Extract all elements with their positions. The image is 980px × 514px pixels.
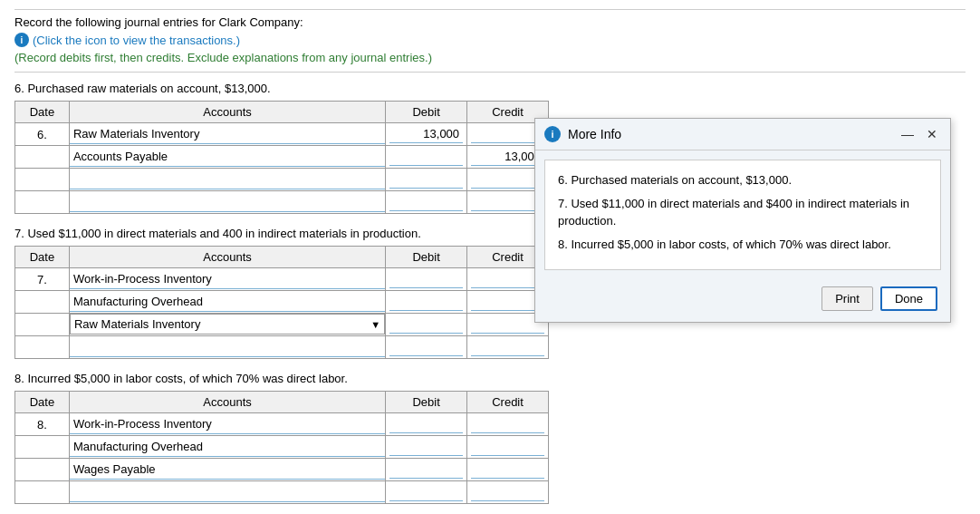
debit-input-8-4[interactable] (389, 483, 463, 501)
close-button[interactable]: ✕ (923, 127, 941, 141)
col-credit-8: Credit (467, 392, 549, 413)
date-cell-7-3 (15, 314, 70, 336)
credit-input-6-1[interactable] (471, 125, 544, 143)
accounts-cell-6-4 (69, 191, 385, 214)
table-row: 7. (15, 268, 549, 291)
popup-controls: — ✕ (898, 127, 941, 141)
account-input-8-4[interactable] (70, 482, 385, 502)
account-input-7-3[interactable] (71, 315, 367, 334)
click-icon-link[interactable]: i (Click the icon to view the transactio… (14, 33, 966, 47)
table-row: 6. (15, 123, 549, 146)
debit-input-6-4[interactable] (389, 193, 463, 211)
debit-cell-8-1 (386, 413, 467, 436)
col-debit-7: Debit (386, 247, 467, 268)
date-cell-6-1: 6. (15, 123, 70, 146)
accounts-cell-8-1 (69, 413, 385, 436)
popup-content: 6. Purchased materials on account, $13,0… (544, 160, 941, 270)
table-row: 8. (15, 413, 549, 436)
accounts-cell-7-3: ▼ (70, 314, 385, 335)
credit-input-6-3[interactable] (471, 170, 544, 189)
credit-input-7-3[interactable] (471, 315, 544, 334)
section7-table: Date Accounts Debit Credit 7. (14, 246, 549, 359)
col-date-6: Date (15, 102, 70, 123)
account-input-7-1[interactable] (70, 269, 385, 289)
account-input-8-3[interactable] (70, 460, 385, 480)
dropdown-arrow-icon[interactable]: ▼ (367, 319, 384, 330)
section6-title: 6. Purchased raw materials on account, $… (14, 82, 966, 95)
col-date-8: Date (15, 392, 70, 413)
table-row (15, 459, 549, 481)
date-cell-6-4 (15, 191, 70, 214)
date-cell-8-3 (15, 459, 70, 481)
debit-input-6-3[interactable] (389, 170, 463, 189)
account-input-8-2[interactable] (70, 437, 385, 457)
table-row (15, 169, 549, 191)
debit-input-8-3[interactable] (389, 461, 463, 479)
popup-title: More Info (568, 127, 621, 141)
col-accounts-8: Accounts (69, 392, 385, 413)
debit-input-7-3[interactable] (389, 315, 463, 334)
account-input-6-4[interactable] (70, 192, 385, 212)
accounts-cell-6-1 (69, 123, 385, 146)
debit-cell-7-3 (386, 314, 467, 336)
popup-item-2: 7. Used $11,000 in direct materials and … (558, 195, 927, 230)
done-button[interactable]: Done (880, 286, 937, 311)
date-cell-7-4 (15, 336, 70, 359)
credit-cell-8-4 (467, 481, 549, 504)
debit-input-7-2[interactable] (389, 293, 463, 311)
divider (14, 72, 966, 73)
debit-input-7-1[interactable] (389, 270, 463, 288)
account-input-8-1[interactable] (70, 414, 385, 434)
accounts-cell-7-2 (69, 291, 385, 314)
date-cell-7-1: 7. (15, 268, 70, 291)
popup-info-icon: i (544, 126, 561, 142)
instruction-title: Record the following journal entries for… (14, 15, 966, 29)
debit-input-8-2[interactable] (389, 438, 463, 456)
minimize-button[interactable]: — (898, 127, 918, 141)
accounts-cell-8-3 (69, 459, 385, 481)
accounts-cell-8-2 (69, 436, 385, 459)
date-cell-8-4 (15, 481, 70, 504)
debit-cell-6-2 (386, 146, 467, 169)
credit-input-8-1[interactable] (471, 415, 544, 433)
table-row (15, 481, 549, 504)
popup-item-3: 8. Incurred $5,000 in labor costs, of wh… (558, 236, 927, 254)
credit-input-6-2[interactable] (471, 148, 544, 166)
debit-input-7-4[interactable] (389, 338, 463, 356)
credit-input-8-4[interactable] (471, 483, 544, 501)
credit-input-7-2[interactable] (471, 293, 544, 311)
section6-table: Date Accounts Debit Credit 6. (14, 101, 549, 214)
credit-input-8-2[interactable] (471, 438, 544, 456)
table-row (15, 146, 549, 169)
table-row (15, 191, 549, 214)
debit-input-6-2[interactable] (389, 148, 463, 166)
credit-cell-8-2 (467, 436, 549, 459)
accounts-cell-6-3 (69, 169, 385, 191)
account-input-6-3[interactable] (70, 170, 385, 189)
debit-cell-7-4 (386, 336, 467, 359)
account-input-6-1[interactable] (70, 124, 385, 144)
credit-cell-8-1 (467, 413, 549, 436)
debit-cell-6-4 (386, 191, 467, 214)
account-input-7-4[interactable] (70, 337, 385, 357)
debit-cell-8-3 (386, 459, 467, 481)
debit-input-6-1[interactable] (389, 125, 463, 143)
credit-input-8-3[interactable] (471, 461, 544, 479)
accounts-cell-7-4 (69, 336, 385, 359)
date-cell-7-2 (15, 291, 70, 314)
account-input-7-2[interactable] (70, 292, 385, 312)
print-button[interactable]: Print (821, 286, 873, 311)
account-input-6-2[interactable] (70, 147, 385, 167)
debit-cell-7-1 (386, 268, 467, 291)
credit-input-7-4[interactable] (471, 338, 544, 356)
debit-cell-6-1 (386, 123, 467, 146)
credit-input-7-1[interactable] (471, 270, 544, 288)
date-cell-8-2 (15, 436, 70, 459)
accounts-cell-8-4 (69, 481, 385, 504)
date-cell-8-1: 8. (15, 413, 70, 436)
debit-input-8-1[interactable] (389, 415, 463, 433)
table-row (15, 336, 549, 359)
debit-cell-7-2 (386, 291, 467, 314)
credit-cell-7-4 (467, 336, 549, 359)
credit-input-6-4[interactable] (471, 193, 544, 211)
